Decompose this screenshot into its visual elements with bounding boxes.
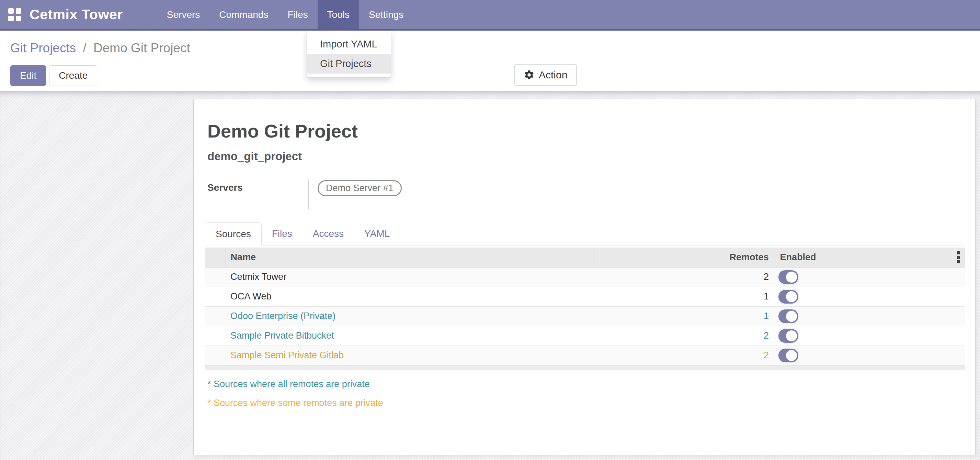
servers-field-value: Demo Server #1 xyxy=(309,179,402,209)
control-panel-buttons: Edit Create xyxy=(10,65,97,86)
dropdown-item-import-yaml[interactable]: Import YAML xyxy=(307,34,391,54)
enabled-toggle[interactable] xyxy=(778,329,799,343)
source-name[interactable]: OCA Web xyxy=(226,287,594,306)
legend-semi-private: * Sources where some remotes are private xyxy=(207,398,964,409)
column-header-name[interactable]: Name xyxy=(226,248,594,267)
source-name[interactable]: Sample Private Bitbucket xyxy=(226,326,594,345)
tab-yaml[interactable]: YAML xyxy=(354,222,400,245)
form-sheet: Demo Git Project demo_git_project Server… xyxy=(193,99,975,455)
table-header-row: Name Remotes Enabled xyxy=(205,248,965,267)
enabled-toggle[interactable] xyxy=(778,290,799,303)
nav-item-servers[interactable]: Servers xyxy=(157,0,210,29)
record-technical-name: demo_git_project xyxy=(207,150,964,163)
create-button[interactable]: Create xyxy=(49,65,97,86)
breadcrumb: Git Projects / Demo Git Project xyxy=(0,30,980,55)
navbar-menu: Servers Commands Files Tools Settings xyxy=(157,0,413,29)
optional-columns-icon[interactable] xyxy=(952,251,965,264)
apps-grid-icon-glyph xyxy=(8,8,21,21)
tools-dropdown-menu: Import YAML Git Projects xyxy=(307,30,391,78)
source-name[interactable]: Odoo Enterprise (Private) xyxy=(226,306,594,326)
source-remotes-count: 2 xyxy=(594,345,775,365)
servers-field-group: Servers Demo Server #1 xyxy=(207,179,964,209)
tab-access[interactable]: Access xyxy=(302,222,354,245)
enabled-toggle[interactable] xyxy=(778,270,799,284)
source-remotes-count: 2 xyxy=(594,326,775,345)
app-brand[interactable]: Cetmix Tower xyxy=(30,0,130,29)
source-name[interactable]: Cetmix Tower xyxy=(226,267,594,287)
gear-icon xyxy=(523,69,535,80)
servers-field-label: Servers xyxy=(207,179,309,209)
edit-button[interactable]: Edit xyxy=(10,65,46,86)
nav-item-files[interactable]: Files xyxy=(278,0,317,29)
sources-list-table: Name Remotes Enabled Cetmix Tower 2 xyxy=(205,248,965,365)
column-header-remotes[interactable]: Remotes xyxy=(594,248,775,267)
action-menu-button[interactable]: Action xyxy=(514,64,577,86)
tab-files[interactable]: Files xyxy=(262,222,302,245)
legend-all-private: * Sources where all remotes are private xyxy=(207,379,964,390)
table-row[interactable]: Odoo Enterprise (Private) 1 xyxy=(205,306,965,326)
tab-sources[interactable]: Sources xyxy=(205,222,262,246)
nav-item-settings[interactable]: Settings xyxy=(359,0,413,29)
table-row[interactable]: Cetmix Tower 2 xyxy=(205,267,965,287)
control-panel: Git Projects / Demo Git Project Edit Cre… xyxy=(0,30,980,91)
table-row[interactable]: Sample Semi Private Gitlab 2 xyxy=(205,345,965,365)
apps-grid-icon[interactable] xyxy=(0,0,30,29)
column-header-enabled[interactable]: Enabled xyxy=(775,248,952,267)
breadcrumb-separator: / xyxy=(80,41,90,55)
action-button-label: Action xyxy=(539,69,567,81)
notebook-tabs: Sources Files Access YAML xyxy=(205,222,964,246)
enabled-toggle[interactable] xyxy=(778,310,799,323)
table-row[interactable]: Sample Private Bitbucket 2 xyxy=(205,326,965,345)
record-title: Demo Git Project xyxy=(207,120,964,142)
source-remotes-count: 2 xyxy=(594,267,775,287)
content-background: Demo Git Project demo_git_project Server… xyxy=(0,91,980,460)
column-header-handle xyxy=(205,248,226,267)
column-header-options xyxy=(952,248,965,267)
nav-item-commands[interactable]: Commands xyxy=(210,0,278,29)
table-row[interactable]: OCA Web 1 xyxy=(205,287,965,306)
breadcrumb-parent-link[interactable]: Git Projects xyxy=(10,41,76,55)
legend: * Sources where all remotes are private … xyxy=(207,379,964,409)
nav-item-tools[interactable]: Tools xyxy=(318,0,359,29)
top-navbar: Cetmix Tower Servers Commands Files Tool… xyxy=(0,0,980,30)
source-remotes-count: 1 xyxy=(594,306,775,326)
source-name[interactable]: Sample Semi Private Gitlab xyxy=(226,345,594,365)
dropdown-item-git-projects[interactable]: Git Projects xyxy=(307,54,391,73)
table-footer-band xyxy=(205,365,965,370)
server-tag[interactable]: Demo Server #1 xyxy=(318,180,402,196)
source-remotes-count: 1 xyxy=(594,287,775,306)
breadcrumb-current: Demo Git Project xyxy=(94,41,190,55)
enabled-toggle[interactable] xyxy=(778,348,799,363)
